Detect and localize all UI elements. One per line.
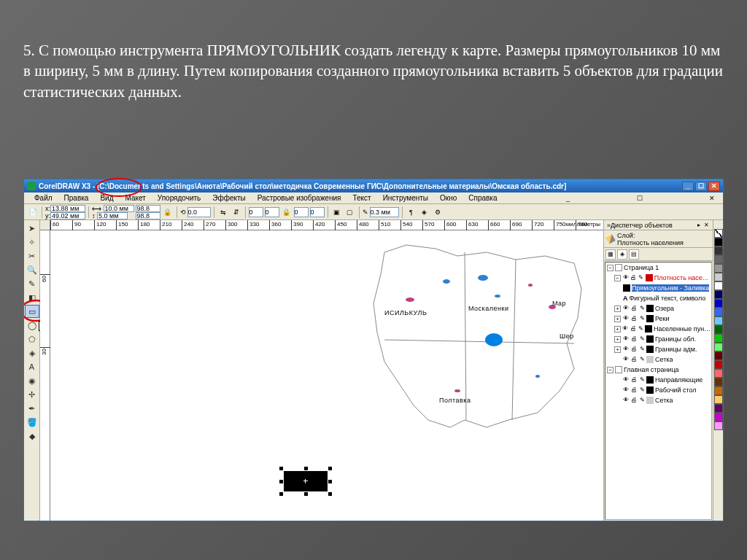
color-swatch[interactable] xyxy=(714,325,723,334)
scale-x-input[interactable] xyxy=(136,205,160,212)
color-swatch[interactable] xyxy=(714,299,723,308)
expander-icon[interactable]: − xyxy=(607,367,614,373)
expander-icon[interactable]: + xyxy=(614,326,621,332)
to-back-button[interactable]: ▢ xyxy=(344,206,356,218)
menu-tools[interactable]: Инструменты xyxy=(379,193,433,203)
color-swatch[interactable] xyxy=(714,421,723,430)
color-swatch[interactable] xyxy=(714,395,723,404)
color-swatch[interactable] xyxy=(714,264,723,273)
menu-window[interactable]: Окно xyxy=(436,193,461,203)
outline-tool[interactable]: ✒ xyxy=(25,402,39,415)
expander-icon[interactable]: + xyxy=(614,316,621,322)
width-input[interactable] xyxy=(104,205,134,212)
rotation-input[interactable] xyxy=(187,207,211,217)
tree-text[interactable]: Фигурный текст, символо xyxy=(630,295,706,302)
crop-tool[interactable]: ✂ xyxy=(25,249,39,262)
eyedropper-tool[interactable]: ✢ xyxy=(25,388,39,401)
mdi-minimize[interactable]: _ xyxy=(564,195,572,202)
corner3-input[interactable] xyxy=(294,207,309,217)
zoom-tool[interactable]: 🔍 xyxy=(25,263,39,276)
selected-rectangle-object[interactable] xyxy=(284,471,328,491)
to-front-button[interactable]: ▣ xyxy=(331,206,343,218)
menu-text[interactable]: Текст xyxy=(348,193,375,203)
color-swatch[interactable] xyxy=(714,360,723,369)
docker-btn-3[interactable]: ▤ xyxy=(629,249,639,260)
tree-desktop[interactable]: Рабочий стол xyxy=(655,386,697,394)
color-swatch[interactable] xyxy=(714,378,723,386)
shape-tool[interactable]: ✧ xyxy=(25,236,39,249)
menu-view[interactable]: Вид xyxy=(96,193,117,203)
menu-file[interactable]: Файл xyxy=(30,193,57,203)
color-swatch[interactable] xyxy=(714,351,723,360)
color-swatch[interactable] xyxy=(714,238,723,246)
fill-tool[interactable]: 🪣 xyxy=(25,416,39,429)
color-swatch[interactable] xyxy=(714,290,723,299)
x-position-input[interactable] xyxy=(50,205,85,212)
polygon-tool[interactable]: ⬠ xyxy=(25,332,39,346)
corner2-input[interactable] xyxy=(265,207,279,217)
height-input[interactable] xyxy=(97,212,128,219)
convert-button[interactable]: ◈ xyxy=(419,206,430,218)
rectangle-tool[interactable]: ▭ xyxy=(25,305,39,318)
color-swatch[interactable] xyxy=(714,386,723,395)
lock-ratio-button[interactable]: 🔒 xyxy=(162,206,174,218)
smart-fill-tool[interactable]: ◧ xyxy=(25,291,39,304)
freehand-tool[interactable]: ✎ xyxy=(25,277,39,290)
tree-guides[interactable]: Направляющие xyxy=(655,376,703,384)
mirror-v-button[interactable]: ⇵ xyxy=(231,206,242,218)
new-doc-button[interactable]: 📄 xyxy=(27,206,39,218)
tree-page1[interactable]: Страница 1 xyxy=(624,264,659,271)
color-swatch[interactable] xyxy=(714,369,723,378)
menu-edit[interactable]: Правка xyxy=(60,193,93,203)
tree-admin-borders[interactable]: Границы адм. xyxy=(655,346,697,353)
tree-lakes[interactable]: Озера xyxy=(655,305,674,312)
basic-shapes-tool[interactable]: ◈ xyxy=(25,346,39,359)
horizontal-ruler[interactable]: миллиметры 60901201501802102402703003303… xyxy=(50,220,603,230)
menu-arrange[interactable]: Упорядочить xyxy=(153,193,206,203)
menu-help[interactable]: Справка xyxy=(464,193,501,203)
swatch-none[interactable] xyxy=(714,229,723,238)
pick-tool[interactable]: ➤ xyxy=(25,222,39,235)
minimize-button[interactable]: _ xyxy=(682,182,694,191)
drawing-canvas[interactable]: ИСИЛЬКУЛЬ Москаленки Мар Шер Полтавка xyxy=(50,230,603,521)
docker-close-button[interactable]: ✕ xyxy=(703,222,710,229)
docker-btn-1[interactable]: ▦ xyxy=(605,249,616,260)
color-swatch[interactable] xyxy=(714,413,723,421)
wrap-text-button[interactable]: ¶ xyxy=(406,206,417,218)
color-swatch[interactable] xyxy=(714,273,723,281)
blend-tool[interactable]: ◉ xyxy=(25,374,39,387)
expander-icon[interactable]: + xyxy=(614,306,621,312)
corner1-input[interactable] xyxy=(249,207,263,217)
mirror-h-button[interactable]: ⇋ xyxy=(217,206,229,218)
layer-tree[interactable]: −Страница 1 −👁🖨✎Плотность населен Прямоу… xyxy=(605,262,712,520)
menu-effects[interactable]: Эффекты xyxy=(208,193,249,203)
tree-master[interactable]: Главная страница xyxy=(624,366,679,373)
mdi-close[interactable]: ✕ xyxy=(707,195,717,202)
docker-btn-2[interactable]: ◈ xyxy=(617,249,627,260)
color-swatch[interactable] xyxy=(714,246,723,255)
tree-rivers[interactable]: Реки xyxy=(655,315,670,322)
corner-lock-button[interactable]: 🔒 xyxy=(281,206,293,218)
color-swatch[interactable] xyxy=(714,343,723,351)
options-button[interactable]: ⚙ xyxy=(432,206,444,218)
outline-width-input[interactable] xyxy=(370,207,399,217)
color-swatch[interactable] xyxy=(714,308,723,316)
expander-icon[interactable]: + xyxy=(614,346,621,353)
tree-grid[interactable]: Сетка xyxy=(655,356,673,363)
tree-grid2[interactable]: Сетка xyxy=(655,397,673,404)
color-swatch[interactable] xyxy=(714,255,723,264)
tree-density[interactable]: Плотность населен xyxy=(654,274,711,281)
docker-options-button[interactable]: ▸ xyxy=(695,222,703,229)
color-swatch[interactable] xyxy=(714,334,723,343)
menu-bitmaps[interactable]: Растровые изображения xyxy=(253,193,346,203)
corner4-input[interactable] xyxy=(310,207,325,217)
interactive-fill-tool[interactable]: ◆ xyxy=(25,429,39,443)
vertical-ruler[interactable]: 6030 xyxy=(40,230,50,521)
tree-settlements[interactable]: Населенные пункты xyxy=(654,325,711,332)
tree-region-borders[interactable]: Границы обл. xyxy=(655,335,696,343)
y-position-input[interactable] xyxy=(50,212,85,219)
scale-y-input[interactable] xyxy=(136,212,160,219)
menu-layout[interactable]: Макет xyxy=(120,193,150,203)
text-tool[interactable]: A xyxy=(25,360,39,373)
expander-icon[interactable]: − xyxy=(614,275,621,281)
